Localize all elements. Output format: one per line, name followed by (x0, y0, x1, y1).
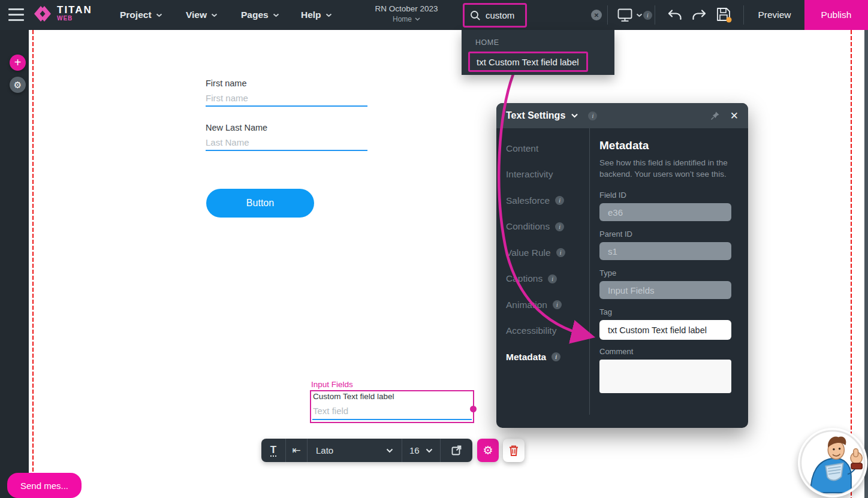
clear-search-icon[interactable]: ✕ (591, 10, 602, 20)
custom-field-placeholder: Text field (313, 406, 348, 416)
panel-tab-value-rule[interactable]: Value Rulei (506, 246, 565, 259)
element-settings-gear-button[interactable]: ⚙ (477, 439, 499, 462)
panel-tab-conditions[interactable]: Conditionsi (506, 220, 565, 234)
field-label-first-name: First name (206, 79, 247, 88)
panel-tab-salesforce[interactable]: Salesforcei (506, 194, 565, 207)
search-input[interactable]: custom (486, 10, 514, 20)
panel-tab-metadata[interactable]: Metadatai (506, 350, 565, 364)
tab-label: Value Rule (506, 248, 551, 258)
publish-button[interactable]: Publish (804, 0, 868, 30)
panel-menu: Content Interactivity Salesforcei Condit… (506, 141, 565, 376)
tab-label: Conditions (506, 221, 550, 232)
divider (607, 5, 608, 25)
redo-button[interactable] (691, 0, 707, 30)
selection-handle[interactable] (470, 406, 477, 412)
divider (743, 5, 744, 25)
panel-tab-animation[interactable]: Animationi (506, 298, 565, 312)
font-family-value: Lato (316, 445, 333, 455)
undo-button[interactable] (667, 0, 683, 30)
info-icon: i (555, 196, 564, 205)
canvas-guide-left (32, 30, 34, 498)
panel-tab-interactivity[interactable]: Interactivity (506, 168, 565, 182)
comment-textarea[interactable] (599, 360, 731, 393)
search-highlight-annotation: custom (463, 3, 527, 28)
info-icon: i (556, 248, 565, 257)
breadcrumb-page-label: Home (393, 15, 412, 23)
menu-pages-label: Pages (241, 10, 269, 20)
text-style-button[interactable]: T (261, 439, 285, 462)
search-section-header: HOME (475, 38, 499, 47)
menu-help[interactable]: Help (301, 0, 332, 30)
page-settings-gear-icon[interactable]: ⚙ (10, 77, 26, 93)
logo-subtitle: WEB (57, 15, 92, 22)
preview-button[interactable]: Preview (751, 0, 798, 30)
info-icon: i (553, 300, 562, 309)
font-size-select[interactable]: 16 (402, 439, 440, 462)
chevron-down-icon (636, 13, 643, 17)
mascot-avatar[interactable] (798, 428, 867, 497)
align-left-button[interactable]: ⇤ (285, 439, 307, 462)
parent-id-input (599, 242, 731, 260)
breadcrumb-project: RN October 2023 (367, 4, 445, 13)
divider (655, 5, 655, 25)
panel-tab-accessibility[interactable]: Accessibility (506, 324, 565, 338)
menu-project-label: Project (120, 10, 152, 20)
metadata-heading: Metadata (599, 139, 731, 152)
info-icon: i (555, 222, 564, 231)
device-preview-control[interactable] (617, 0, 643, 30)
menu-project[interactable]: Project (120, 0, 162, 30)
field-id-label: Field ID (599, 191, 731, 200)
canvas-button[interactable]: Button (206, 189, 314, 218)
chevron-down-icon (156, 13, 162, 17)
tag-input[interactable] (599, 320, 731, 340)
open-external-button[interactable] (440, 439, 472, 462)
breadcrumb: RN October 2023 Home (367, 4, 445, 23)
hamburger-menu-icon[interactable] (8, 8, 24, 21)
info-icon: i (643, 11, 652, 20)
undo-icon (667, 8, 683, 22)
chevron-down-icon (211, 13, 218, 17)
tag-label: Tag (599, 307, 731, 316)
top-bar: TITAN WEB Project View Pages Help RN Oct… (0, 0, 868, 30)
menu-view[interactable]: View (186, 0, 218, 30)
parent-id-label: Parent ID (599, 230, 731, 239)
unsaved-changes-dot (727, 17, 732, 23)
font-family-select[interactable]: Lato (307, 439, 402, 462)
selected-element-outline[interactable]: Custom Text field label Text field (310, 390, 474, 423)
first-name-input[interactable] (206, 90, 367, 107)
pin-icon[interactable] (710, 111, 720, 120)
tab-label: Animation (506, 300, 547, 310)
chevron-down-icon[interactable] (571, 113, 578, 118)
search-result-item[interactable]: txt Custom Text field label (468, 52, 588, 72)
send-message-button[interactable]: Send mes... (7, 473, 82, 498)
chevron-down-icon (415, 17, 420, 21)
delete-element-button[interactable] (503, 439, 525, 462)
tab-label: Metadata (506, 352, 546, 363)
field-id-input (599, 203, 731, 221)
logo-title: TITAN (57, 5, 92, 15)
menu-pages[interactable]: Pages (241, 0, 279, 30)
custom-field-label: Custom Text field label (313, 392, 394, 401)
menu-help-label: Help (301, 10, 321, 20)
metadata-section: Metadata See how this field is identifie… (599, 139, 731, 396)
close-icon[interactable]: ✕ (730, 110, 739, 122)
panel-info-icon[interactable]: i (588, 111, 597, 120)
field-underline (312, 419, 472, 420)
device-info-icon[interactable]: i (643, 0, 652, 30)
tab-label: Interactivity (506, 169, 553, 180)
monitor-icon (617, 8, 632, 22)
panel-tab-content[interactable]: Content (506, 141, 565, 155)
info-icon: i (551, 352, 560, 361)
trash-icon (508, 445, 519, 457)
panel-title: Text Settings (506, 110, 565, 121)
save-button[interactable] (715, 0, 733, 30)
app-logo: TITAN WEB (34, 5, 92, 22)
last-name-input[interactable] (206, 135, 367, 151)
panel-tab-captions[interactable]: Captionsi (506, 272, 565, 286)
add-element-button[interactable]: + (10, 55, 26, 71)
tab-label: Accessibility (506, 325, 556, 336)
search-icon (470, 10, 481, 21)
info-icon: i (548, 274, 557, 283)
breadcrumb-page[interactable]: Home (367, 15, 445, 23)
selected-element-type-label: Input Fields (311, 380, 353, 389)
